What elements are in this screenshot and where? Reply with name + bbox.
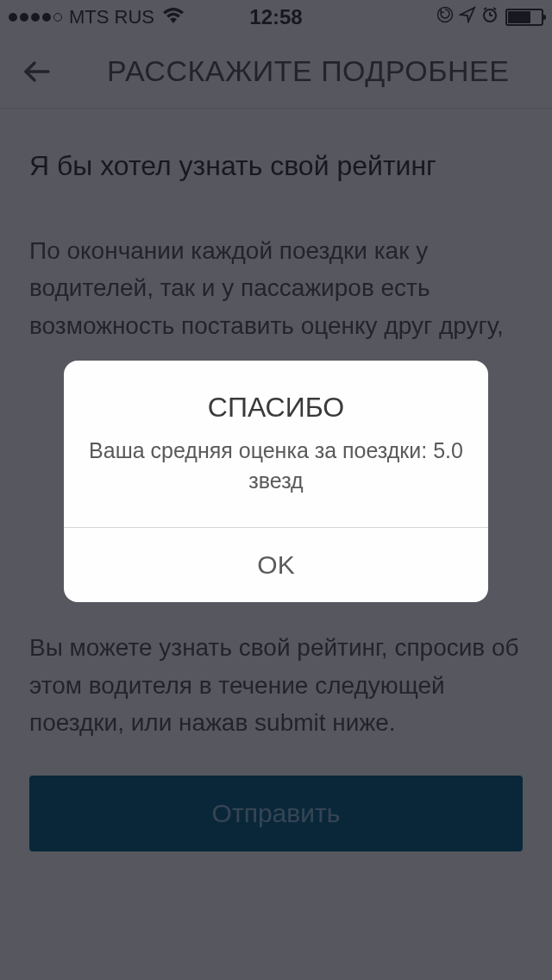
modal: СПАСИБО Ваша средняя оценка за поездки: …: [64, 361, 488, 602]
modal-message: Ваша средняя оценка за поездки: 5.0 звез…: [64, 436, 488, 527]
ok-button[interactable]: OK: [64, 528, 488, 602]
modal-title: СПАСИБО: [64, 361, 488, 436]
